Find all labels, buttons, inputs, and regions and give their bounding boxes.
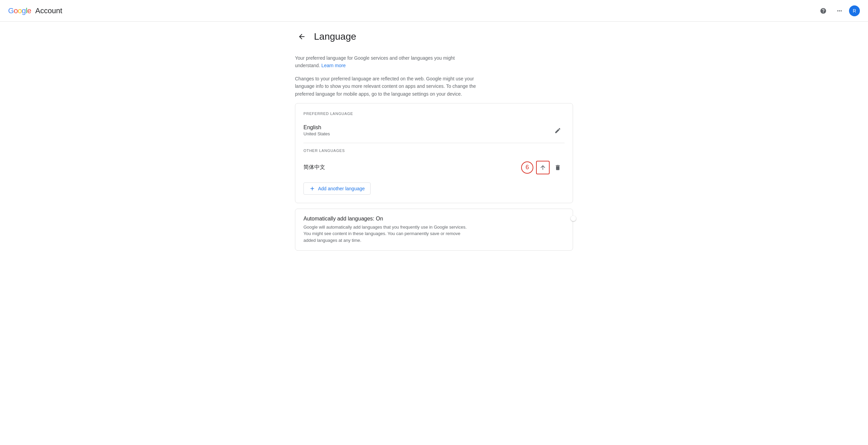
preferred-language-label: Preferred Language xyxy=(303,112,565,116)
google-logo: Google xyxy=(8,6,31,15)
preferred-language-info: English United States xyxy=(303,124,330,136)
learn-more-link[interactable]: Learn more xyxy=(321,63,346,68)
edit-icon xyxy=(554,127,561,134)
back-button[interactable] xyxy=(295,30,309,43)
delete-language-button[interactable] xyxy=(551,161,565,174)
app-title: Account xyxy=(35,6,62,15)
move-up-button[interactable] xyxy=(536,161,550,174)
header-left: Google Account xyxy=(8,6,62,15)
letter-o2: o xyxy=(18,6,22,15)
auto-add-languages-card: Automatically add languages: On Google w… xyxy=(295,209,573,251)
avatar[interactable]: R xyxy=(849,5,860,16)
auto-lang-title: Automatically add languages: On xyxy=(303,216,473,222)
add-icon xyxy=(309,186,315,192)
google-logo-text: Google xyxy=(8,6,31,15)
auto-lang-text: Automatically add languages: On Google w… xyxy=(303,216,473,244)
page-header: Language xyxy=(295,30,573,43)
step-indicator: 6 xyxy=(521,161,533,174)
preferred-language-card: Preferred Language English United States… xyxy=(295,103,573,203)
letter-o1: o xyxy=(14,6,18,15)
auto-lang-description: Google will automatically add languages … xyxy=(303,224,473,244)
preferred-lang-region: United States xyxy=(303,131,330,136)
page-container: Language Your preferred language for Goo… xyxy=(281,22,587,259)
preferred-language-row: English United States xyxy=(303,121,565,140)
section-divider xyxy=(303,143,565,143)
add-language-button[interactable]: Add another language xyxy=(303,182,371,195)
page-title: Language xyxy=(314,31,356,42)
letter-g: G xyxy=(8,6,14,15)
header: Google Account R xyxy=(0,0,868,22)
letter-e: e xyxy=(27,6,31,15)
letter-g2: g xyxy=(22,6,26,15)
delete-icon xyxy=(554,164,561,171)
move-up-icon xyxy=(539,164,546,171)
apps-button[interactable] xyxy=(833,4,846,18)
description-text-1: Your preferred language for Google servi… xyxy=(295,54,478,70)
edit-preferred-language-button[interactable] xyxy=(551,124,565,137)
chinese-lang-name: 简体中文 xyxy=(303,164,325,171)
chinese-lang-info: 简体中文 xyxy=(303,164,325,171)
description-text-2: Changes to your preferred language are r… xyxy=(295,75,478,98)
help-button[interactable] xyxy=(816,4,830,18)
other-languages-label: Other Languages xyxy=(303,149,565,153)
chinese-lang-actions: 6 xyxy=(521,161,565,174)
preferred-lang-name: English xyxy=(303,124,330,131)
other-language-row-chinese: 简体中文 6 xyxy=(303,158,565,177)
header-right: R xyxy=(816,4,860,18)
preferred-lang-actions xyxy=(551,124,565,137)
apps-icon xyxy=(836,7,843,14)
help-icon xyxy=(820,7,827,14)
back-arrow-icon xyxy=(298,33,306,41)
